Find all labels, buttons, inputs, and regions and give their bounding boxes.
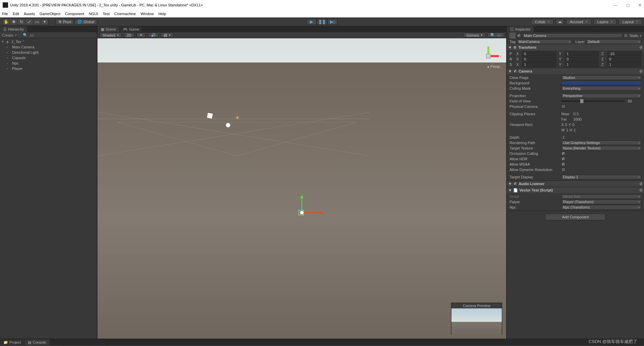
layout-dropdown[interactable]: Layout▼ — [619, 19, 642, 25]
scale-tool-button[interactable]: ⤢ — [26, 19, 33, 25]
viewport-x-field[interactable]: 0 — [565, 123, 567, 127]
scene-view[interactable]: ☀ x ◄ Persp Camera Preview — [97, 38, 506, 339]
menu-help[interactable]: Help — [158, 12, 166, 16]
rot-z-field[interactable]: 0 — [607, 57, 641, 61]
script-header[interactable]: ▼ 📄 Vector Test (Script)⚙ — [507, 187, 644, 193]
fx-toggle[interactable]: ▧▾ — [161, 33, 173, 38]
object-name-field[interactable]: Main Camera — [522, 33, 622, 38]
pos-y-field[interactable]: 1 — [565, 51, 599, 56]
dynamic-resolution-checkbox[interactable] — [561, 168, 565, 172]
hierarchy-item-directional-light[interactable]: ▫Directional Light — [0, 50, 97, 55]
add-component-button[interactable]: Add Component — [545, 214, 606, 220]
gear-icon[interactable]: ⚙ — [639, 45, 643, 50]
menu-gameobject[interactable]: GameObject — [40, 12, 61, 16]
gear-icon[interactable]: ⚙ — [639, 188, 643, 192]
scl-y-field[interactable]: 1 — [565, 62, 599, 67]
rendering-path-dropdown[interactable]: Use Graphics Settings — [561, 140, 641, 145]
collab-button[interactable]: Collab▼ — [531, 19, 554, 25]
step-button[interactable]: ▶| — [327, 19, 337, 25]
layers-dropdown[interactable]: Layers▼ — [594, 19, 617, 25]
menu-test[interactable]: Test — [103, 12, 110, 16]
play-button[interactable]: ▶ — [307, 19, 317, 25]
hierarchy-item-capsule[interactable]: ▫Capsule — [0, 55, 97, 60]
viewport-h-field[interactable]: 1 — [573, 128, 575, 132]
cloud-button[interactable]: ☁ — [556, 19, 564, 25]
lighting-toggle[interactable]: ☀ — [136, 33, 146, 38]
hierarchy-tab[interactable]: ☰Hierarchy — [0, 26, 28, 32]
rotate-tool-button[interactable]: ↻ — [18, 19, 25, 25]
rot-x-field[interactable]: 0 — [522, 57, 556, 61]
camera-enabled-checkbox[interactable] — [513, 69, 517, 73]
static-checkbox[interactable] — [624, 34, 628, 38]
menu-window[interactable]: Window — [140, 12, 154, 16]
project-tab[interactable]: 📁Project — [0, 339, 25, 345]
fov-slider[interactable] — [561, 100, 625, 102]
rect-tool-button[interactable]: ▭ — [33, 19, 41, 25]
clear-flags-dropdown[interactable]: Skybox — [561, 75, 641, 80]
gear-icon[interactable]: ⚙ — [639, 182, 643, 186]
pivot-toggle[interactable]: ⊕Pivot — [55, 19, 74, 25]
audio-listener-header[interactable]: ▼ Audio Listener⚙ — [507, 181, 644, 187]
layer-dropdown[interactable]: Default — [586, 39, 641, 44]
tag-dropdown[interactable]: MainCamera — [517, 39, 572, 44]
rot-y-field[interactable]: 0 — [565, 57, 599, 61]
hdr-checkbox[interactable] — [561, 157, 565, 161]
hierarchy-item-player[interactable]: ▫Player — [0, 66, 97, 71]
create-dropdown[interactable]: Create — [2, 33, 13, 37]
viewport-w-field[interactable]: 1 — [566, 128, 568, 132]
inspector-tab[interactable]: ⓘInspector — [507, 26, 534, 32]
pos-z-field[interactable]: -10 — [607, 51, 641, 56]
audio-enabled-checkbox[interactable] — [513, 182, 517, 186]
near-clip-field[interactable]: 0.3 — [573, 112, 578, 116]
npc-field[interactable]: Npc (Transform) — [561, 205, 641, 210]
viewport-y-field[interactable]: 0 — [572, 123, 574, 127]
game-tab[interactable]: 🎮Game — [120, 26, 143, 32]
scene-tab[interactable]: ▦Scene — [97, 26, 120, 32]
scene-sphere-object[interactable] — [226, 123, 230, 127]
global-toggle[interactable]: 🌐Global — [74, 19, 97, 25]
culling-mask-dropdown[interactable]: Everything — [561, 86, 641, 91]
player-field[interactable]: Player (Transform) — [561, 200, 641, 204]
depth-field[interactable]: -1 — [561, 135, 565, 139]
close-button[interactable]: ✕ — [638, 3, 641, 7]
2d-toggle[interactable]: 2D — [124, 33, 134, 38]
account-dropdown[interactable]: Account▼ — [566, 19, 592, 25]
menu-file[interactable]: File — [2, 12, 8, 16]
console-tab[interactable]: ▤Console — [25, 339, 50, 345]
audio-toggle[interactable]: 🔊 — [148, 33, 159, 38]
perspective-label[interactable]: ◄ Persp — [486, 64, 500, 69]
move-tool-button[interactable]: ✥ — [10, 19, 17, 25]
transform-tool-button[interactable]: ✦ — [41, 19, 48, 25]
msaa-checkbox[interactable] — [561, 162, 565, 166]
minimize-button[interactable]: — — [614, 3, 617, 7]
hierarchy-item-main-camera[interactable]: ▫Main Camera — [0, 44, 97, 50]
gear-icon[interactable]: ⚙ — [639, 69, 643, 74]
menu-ngui[interactable]: NGUI — [89, 12, 98, 16]
target-texture-field[interactable]: None (Render Texture) — [561, 146, 641, 150]
scene-row[interactable]: ▼◈2_Tex — [0, 39, 97, 44]
light-gizmo-icon[interactable]: ☀ — [235, 115, 240, 120]
menu-cinemachine[interactable]: Cinemachine — [114, 12, 136, 16]
hierarchy-search[interactable]: All — [30, 33, 34, 37]
menu-component[interactable]: Component — [65, 12, 84, 16]
shading-mode-dropdown[interactable]: Shaded▾ — [99, 33, 122, 38]
camera-header[interactable]: ▼ Camera⚙ — [507, 68, 644, 74]
gizmos-dropdown[interactable]: Gizmos▾ — [463, 33, 485, 38]
active-checkbox[interactable] — [517, 34, 521, 38]
scl-x-field[interactable]: 1 — [522, 62, 556, 67]
projection-dropdown[interactable]: Perspective — [561, 93, 641, 98]
physical-camera-checkbox[interactable] — [561, 104, 565, 109]
pos-x-field[interactable]: 0 — [522, 51, 556, 56]
occlusion-checkbox[interactable] — [561, 152, 565, 156]
far-clip-field[interactable]: 1000 — [573, 117, 581, 121]
scene-cube-object[interactable] — [207, 113, 213, 119]
hand-tool-button[interactable]: ✋ — [2, 19, 10, 25]
scl-z-field[interactable]: 1 — [607, 62, 641, 67]
menu-assets[interactable]: Assets — [24, 12, 35, 16]
fov-field[interactable]: 60 — [628, 99, 641, 103]
target-display-dropdown[interactable]: Display 1 — [561, 175, 641, 179]
scene-search[interactable]: 🔍All — [487, 33, 504, 38]
maximize-button[interactable]: ▢ — [626, 3, 630, 7]
pause-button[interactable]: ❚❚ — [317, 19, 327, 25]
background-color-field[interactable] — [561, 81, 641, 85]
